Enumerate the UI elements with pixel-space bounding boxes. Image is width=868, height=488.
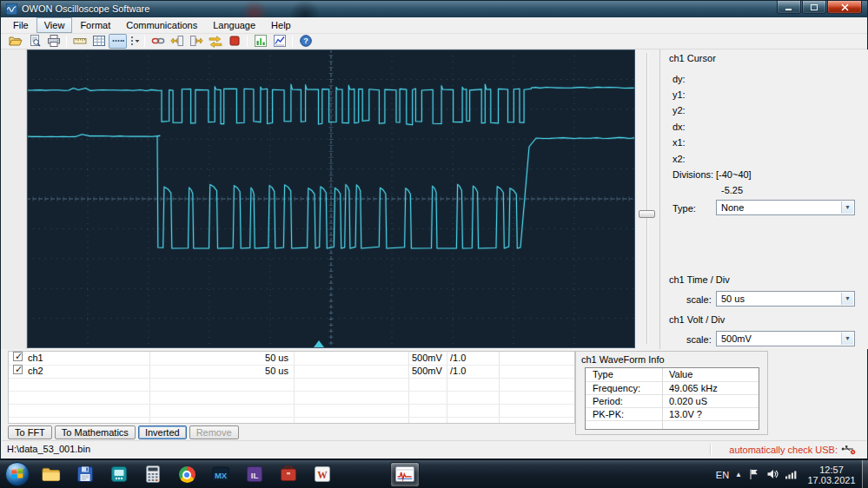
taskbar-il-app[interactable]: IL <box>240 462 269 487</box>
maxthon-browser-icon: MX <box>211 465 230 485</box>
toolbar: ? <box>1 34 867 49</box>
calculator-icon <box>143 465 162 485</box>
wf-row-value: 13.0V ? <box>669 408 702 421</box>
statusbar-separator <box>710 444 712 455</box>
close-button[interactable] <box>827 1 862 14</box>
to-mathematics-button[interactable]: To Mathematics <box>55 425 136 439</box>
svg-text:?: ? <box>303 36 308 45</box>
toolbar-help[interactable]: ? <box>296 34 315 49</box>
ch1-visible-checkbox[interactable] <box>13 352 23 361</box>
toolbar-auto-transfer[interactable] <box>206 34 224 49</box>
usb-check-label: automatically check USB: <box>729 445 838 455</box>
toolbar-waveform-export-green[interactable] <box>251 34 269 49</box>
toolbar-dotted-grid[interactable] <box>109 34 127 49</box>
language-indicator[interactable]: EN <box>716 470 729 480</box>
waveform-info-panel: ch1 WaveForm Info TypeValueFrequency:49.… <box>575 351 768 435</box>
scope-canvas <box>27 49 635 348</box>
taskbar-red-toolbox-app[interactable] <box>274 462 303 487</box>
waveform-info-table: TypeValueFrequency:49.065 kHzPeriod:0.02… <box>585 367 759 430</box>
caption-buttons <box>776 1 862 14</box>
wf-row-type: Frequency: <box>593 382 640 395</box>
time-scale-select[interactable]: 50 us ▼ <box>716 291 855 307</box>
toolbar-grid-display[interactable] <box>89 34 108 49</box>
print-icon <box>47 34 61 49</box>
cursor-field-x2: x2: <box>673 154 686 164</box>
toolbar-read-from-device[interactable] <box>168 34 186 49</box>
menu-bar: FileViewFormatCommunicationsLanguageHelp <box>1 17 867 34</box>
cursor-panel-title: ch1 Cursor <box>669 53 716 63</box>
ch2-visible-checkbox[interactable] <box>13 365 23 374</box>
toolbar-stop-transfer[interactable] <box>225 34 243 49</box>
toolbar-write-to-device[interactable] <box>187 34 205 49</box>
wf-row-value: 0.020 uS <box>669 395 707 408</box>
oscilloscope-display[interactable] <box>27 49 635 348</box>
volt-scale-value: 500mV <box>721 333 752 344</box>
control-panel: ch1 Cursor dy:y1:y2:dx:x1:x2: Divisions:… <box>659 49 868 349</box>
app-icon <box>6 3 17 16</box>
menu-language[interactable]: Language <box>205 17 263 33</box>
channel-row-ch1: ch150 us500mV/1.0 <box>9 352 574 365</box>
clock[interactable]: 12:57 17.03.2021 <box>804 465 859 485</box>
volt-div-title: ch1 Volt / Div <box>669 314 725 325</box>
dotted-grid-icon <box>111 34 125 49</box>
write-to-device-icon <box>189 34 203 49</box>
volt-scale-select[interactable]: 500mV ▼ <box>716 331 855 346</box>
wf-row-type: Period: <box>593 395 623 408</box>
il-app-icon: IL <box>245 465 264 485</box>
row-divider <box>9 391 574 392</box>
taskbar-owon-oscilloscope[interactable] <box>390 462 420 487</box>
waveform-info-title: ch1 WaveForm Info <box>581 354 665 365</box>
position-slider-handle[interactable] <box>639 210 655 218</box>
svg-text:MX: MX <box>215 470 228 479</box>
maximize-button[interactable] <box>802 1 826 14</box>
toolbar-waveform-export-blue[interactable] <box>270 34 288 49</box>
channel-row-ch2: ch250 us500mV/1.0 <box>9 365 574 378</box>
time-div-title: ch1 Time / Div <box>669 274 730 285</box>
usb-icon <box>841 444 856 455</box>
connect-device-icon <box>151 34 165 49</box>
channel-probe-ratio: /1.0 <box>450 365 466 378</box>
remove-button[interactable]: Remove <box>189 425 239 439</box>
toolbar-connect-device[interactable] <box>149 34 167 49</box>
taskbar-windows-explorer[interactable] <box>36 462 66 487</box>
channel-name: ch2 <box>28 365 43 378</box>
channel-name: ch1 <box>28 352 43 365</box>
toolbar-measure-ruler[interactable] <box>70 34 89 49</box>
divisions-range: [-40~40] <box>716 169 752 180</box>
show-desktop-button[interactable] <box>862 460 868 488</box>
to-fft-button[interactable]: To FFT <box>8 425 52 439</box>
cursor-field-dx: dx: <box>673 122 686 132</box>
volume-icon[interactable] <box>766 468 779 482</box>
open-file-path: H:\data_53_001.bin <box>7 444 90 454</box>
toolbar-print-preview[interactable] <box>25 34 43 49</box>
toolbar-separator <box>144 36 145 47</box>
usb-check-status: automatically check USB: <box>729 444 856 455</box>
menu-file[interactable]: File <box>5 17 36 33</box>
menu-communications[interactable]: Communications <box>118 17 205 33</box>
taskbar-word-app[interactable]: W <box>308 462 337 487</box>
start-button[interactable] <box>4 461 30 487</box>
menu-format[interactable]: Format <box>72 17 118 33</box>
measure-ruler-icon <box>73 34 87 49</box>
status-bar: H:\data_53_001.bin automatically check U… <box>2 440 866 458</box>
menu-help[interactable]: Help <box>263 17 299 33</box>
svg-text:IL: IL <box>251 470 259 479</box>
save-manager-icon <box>76 465 95 485</box>
action-center-flag-icon[interactable] <box>748 468 760 482</box>
taskbar-save-manager[interactable] <box>70 462 100 487</box>
network-icon[interactable] <box>785 468 798 482</box>
menu-view[interactable]: View <box>36 17 73 33</box>
toolbar-open-file[interactable] <box>6 34 24 49</box>
clock-date: 17.03.2021 <box>804 475 859 485</box>
taskbar-chrome[interactable] <box>172 462 202 487</box>
cursor-type-select[interactable]: None ▼ <box>716 200 855 215</box>
minimize-button[interactable] <box>777 1 801 14</box>
inverted-button[interactable]: Inverted <box>138 425 187 439</box>
hidden-icons-arrow[interactable]: ▲ <box>735 471 742 478</box>
toolbar-display-options[interactable] <box>128 34 141 49</box>
taskbar-media-app[interactable] <box>104 462 134 487</box>
taskbar-calculator[interactable] <box>138 462 168 487</box>
toolbar-print[interactable] <box>44 34 63 49</box>
taskbar-maxthon-browser[interactable]: MX <box>206 462 235 487</box>
title-bar[interactable]: OWON Oscilloscope Software <box>1 1 867 17</box>
